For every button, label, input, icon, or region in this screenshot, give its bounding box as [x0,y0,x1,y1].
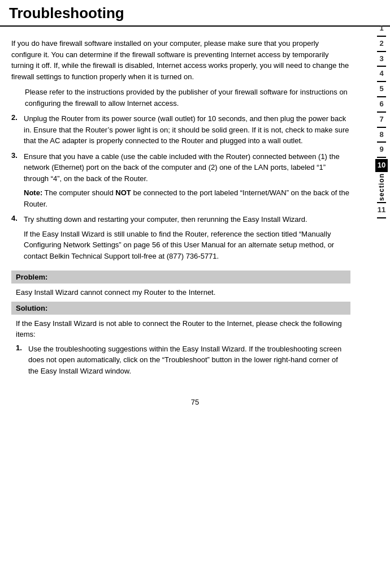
step-4-number: 4. [11,214,20,261]
solution-step-1: 1. Use the troubleshooting suggestions w… [11,344,350,377]
problem-label: Problem: [16,273,47,281]
step-2-text: Unplug the Router from its power source … [24,113,350,147]
section-label: section [378,173,385,201]
step-4-text: Try shutting down and restarting your co… [24,215,307,224]
note-label: Note: [24,188,42,197]
solution-label: Solution: [16,304,47,312]
problem-text: Easy Install Wizard cannot connect my Ro… [11,284,350,302]
page-title: Troubleshooting [9,5,381,22]
problem-section: Problem: Easy Install Wizard cannot conn… [11,271,350,376]
step-3-text: Ensure that you have a cable (use the ca… [24,152,340,183]
main-content: If you do have firewall software install… [0,32,373,387]
sidenav-item-4[interactable]: 4 [374,68,389,83]
sidenav-item-9[interactable]: 9 [374,144,389,159]
sidenav-item-11[interactable]: 11 [374,201,389,220]
sol-step-1-number: 1. [16,344,25,377]
page-header: Troubleshooting [0,0,390,27]
note-block: Note: The computer should NOT be connect… [24,187,350,209]
sidenav-item-6[interactable]: 6 [374,98,389,114]
step-2-number: 2. [11,113,20,147]
problem-bar: Problem: [11,271,350,284]
solution-paragraph: If the Easy Install Wizard is not able t… [16,318,346,340]
page-container: Troubleshooting 1 2 3 4 5 6 7 [0,0,390,588]
side-navigation: 1 2 3 4 5 6 7 8 [373,23,390,220]
note-text-before: The computer should [42,188,115,197]
sidenav-item-10[interactable]: 10 [375,159,388,172]
step-3-number: 3. [11,151,20,210]
step-2: 2. Unplug the Router from its power sour… [11,113,350,147]
step-3: 3. Ensure that you have a cable (use the… [11,151,350,210]
sidenav-item-3[interactable]: 3 [374,53,389,68]
step-3-content: Ensure that you have a cable (use the ca… [24,151,350,210]
step-4-paragraph-2: If the Easy Install Wizard is still unab… [24,229,350,262]
sidenav-item-5[interactable]: 5 [374,83,389,98]
sol-step-1-text: Use the troubleshooting suggestions with… [28,344,346,377]
step-4-content: Try shutting down and restarting your co… [24,214,350,261]
sidenav-item-8[interactable]: 8 [374,129,389,144]
sidenav-item-1[interactable]: 1 [374,23,389,38]
page-number: 75 [0,398,390,406]
solution-text: If the Easy Install Wizard is not able t… [11,315,350,344]
sidenav-item-2[interactable]: 2 [374,38,389,53]
intro-paragraph-2: Please refer to the instructions provide… [11,87,350,109]
step-4: 4. Try shutting down and restarting your… [11,214,350,261]
solution-bar: Solution: [11,302,350,315]
note-bold: NOT [115,188,131,197]
sidenav-item-7[interactable]: 7 [374,114,389,129]
intro-paragraph-1: If you do have firewall software install… [11,38,350,82]
